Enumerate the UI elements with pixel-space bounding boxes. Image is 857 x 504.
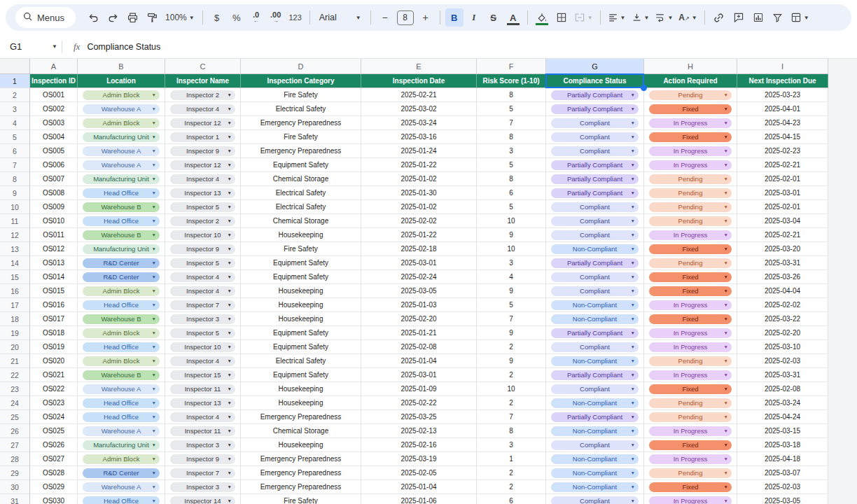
- cell-inspector[interactable]: Inspector 10▼: [165, 340, 241, 354]
- header-cell[interactable]: Inspection Category: [241, 74, 361, 88]
- inspector-dropdown-chip[interactable]: Inspector 3▼: [170, 440, 235, 450]
- cell-inspector[interactable]: Inspector 11▼: [165, 382, 241, 396]
- cell-category[interactable]: Chemical Storage: [241, 214, 361, 228]
- cell-location[interactable]: Head Office▼: [78, 494, 165, 504]
- cell-location[interactable]: R&D Center▼: [78, 270, 165, 284]
- font-size-decrease-button[interactable]: −: [376, 8, 394, 27]
- cell-category[interactable]: Equipment Safety: [241, 158, 361, 172]
- inspector-dropdown-chip[interactable]: Inspector 4▼: [170, 272, 235, 282]
- cell-next_due[interactable]: 2025-02-23: [737, 144, 828, 158]
- inspector-dropdown-chip[interactable]: Inspector 5▼: [170, 328, 235, 338]
- cell-risk[interactable]: 2: [477, 340, 546, 354]
- cell-date[interactable]: 2025-03-01: [361, 368, 477, 382]
- compliance-dropdown-chip[interactable]: Partially Compliant▼: [551, 258, 639, 268]
- cell-action[interactable]: Pending▼: [644, 466, 737, 480]
- header-cell[interactable]: Compliance Status: [546, 74, 644, 88]
- cell-next_due[interactable]: 2025-02-01: [737, 200, 828, 214]
- cell-risk[interactable]: 10: [477, 214, 546, 228]
- cell-inspector[interactable]: Inspector 11▼: [165, 424, 241, 438]
- action-dropdown-chip[interactable]: In Progress▼: [649, 454, 732, 464]
- cell-location[interactable]: Admin Block▼: [78, 284, 165, 298]
- cell-next_due[interactable]: 2025-02-02: [737, 298, 828, 312]
- cell-inspector[interactable]: Inspector 7▼: [165, 298, 241, 312]
- cell-next_due[interactable]: 2025-04-18: [737, 452, 828, 466]
- header-cell[interactable]: Inspection ID: [30, 74, 78, 88]
- cell-next_due[interactable]: 2025-03-15: [737, 424, 828, 438]
- compliance-dropdown-chip[interactable]: Compliant▼: [551, 384, 639, 394]
- cell-date[interactable]: 2025-02-16: [361, 438, 477, 452]
- cell-next_due[interactable]: 2025-02-21: [737, 228, 828, 242]
- location-dropdown-chip[interactable]: R&D Center▼: [83, 272, 160, 282]
- cell-next_due[interactable]: 2025-04-23: [737, 116, 828, 130]
- compliance-dropdown-chip[interactable]: Compliant▼: [551, 202, 639, 212]
- row-number-21[interactable]: 21: [0, 354, 30, 368]
- cell-date[interactable]: 2025-03-19: [361, 452, 477, 466]
- name-box[interactable]: G1 ▼: [0, 41, 62, 52]
- inspector-dropdown-chip[interactable]: Inspector 4▼: [170, 412, 235, 422]
- location-dropdown-chip[interactable]: Head Office▼: [83, 412, 160, 422]
- cell-compliance[interactable]: Compliant▼: [546, 438, 644, 452]
- cell-risk[interactable]: 6: [477, 494, 546, 504]
- compliance-dropdown-chip[interactable]: Compliant▼: [551, 146, 639, 156]
- compliance-dropdown-chip[interactable]: Partially Compliant▼: [551, 370, 639, 380]
- cell-category[interactable]: Fire Safety: [241, 494, 361, 504]
- format-currency-button[interactable]: $: [208, 8, 226, 27]
- row-number-4[interactable]: 4: [0, 116, 30, 130]
- cell-compliance[interactable]: Compliant▼: [546, 130, 644, 144]
- cell-id[interactable]: OS002: [30, 102, 78, 116]
- cell-next_due[interactable]: 2025-02-08: [737, 382, 828, 396]
- cell-compliance[interactable]: Partially Compliant▼: [546, 102, 644, 116]
- cell-action[interactable]: Fixed▼: [644, 480, 737, 494]
- action-dropdown-chip[interactable]: Fixed▼: [649, 286, 732, 296]
- inspector-dropdown-chip[interactable]: Inspector 9▼: [170, 244, 235, 254]
- cell-date[interactable]: 2025-01-22: [361, 228, 477, 242]
- cell-action[interactable]: Fixed▼: [644, 438, 737, 452]
- row-number-19[interactable]: 19: [0, 326, 30, 340]
- cell-date[interactable]: 2025-03-25: [361, 410, 477, 424]
- cell-action[interactable]: Pending▼: [644, 410, 737, 424]
- cell-location[interactable]: Manufacturing Unit▼: [78, 242, 165, 256]
- horizontal-align-button[interactable]: ▼: [606, 8, 628, 27]
- cell-date[interactable]: 2025-02-08: [361, 340, 477, 354]
- font-size-increase-button[interactable]: +: [417, 8, 435, 27]
- inspector-dropdown-chip[interactable]: Inspector 2▼: [170, 216, 235, 226]
- cell-compliance[interactable]: Non-Compliant▼: [546, 354, 644, 368]
- compliance-dropdown-chip[interactable]: Partially Compliant▼: [551, 104, 639, 114]
- cell-risk[interactable]: 10: [477, 242, 546, 256]
- location-dropdown-chip[interactable]: Warehouse B▼: [83, 230, 160, 240]
- inspector-dropdown-chip[interactable]: Inspector 14▼: [170, 496, 235, 504]
- inspector-dropdown-chip[interactable]: Inspector 1▼: [170, 132, 235, 142]
- cell-location[interactable]: Warehouse A▼: [78, 158, 165, 172]
- cell-risk[interactable]: 8: [477, 424, 546, 438]
- cell-risk[interactable]: 10: [477, 382, 546, 396]
- cell-location[interactable]: Warehouse A▼: [78, 480, 165, 494]
- cell-compliance[interactable]: Compliant▼: [546, 284, 644, 298]
- inspector-dropdown-chip[interactable]: Inspector 5▼: [170, 258, 235, 268]
- cell-compliance[interactable]: Non-Compliant▼: [546, 424, 644, 438]
- select-all-corner[interactable]: [0, 59, 30, 74]
- cell-inspector[interactable]: Inspector 5▼: [165, 200, 241, 214]
- cell-risk[interactable]: 1: [477, 452, 546, 466]
- cell-action[interactable]: Fixed▼: [644, 284, 737, 298]
- column-header-E[interactable]: E: [361, 59, 477, 74]
- decrease-decimal-button[interactable]: .0←: [247, 8, 265, 27]
- cell-date[interactable]: 2025-02-20: [361, 312, 477, 326]
- inspector-dropdown-chip[interactable]: Inspector 10▼: [170, 230, 235, 240]
- text-rotation-button[interactable]: A↗ ▼: [676, 8, 699, 27]
- menus-search-button[interactable]: Menus: [15, 7, 76, 28]
- cell-id[interactable]: OS018: [30, 326, 78, 340]
- column-header-C[interactable]: C: [165, 59, 241, 74]
- row-number-13[interactable]: 13: [0, 242, 30, 256]
- header-cell[interactable]: Next Inspection Due: [737, 74, 828, 88]
- row-number-31[interactable]: 31: [0, 494, 30, 504]
- row-number-6[interactable]: 6: [0, 144, 30, 158]
- cell-id[interactable]: OS013: [30, 256, 78, 270]
- cell-compliance[interactable]: Compliant▼: [546, 228, 644, 242]
- location-dropdown-chip[interactable]: Head Office▼: [83, 188, 160, 198]
- compliance-dropdown-chip[interactable]: Compliant▼: [551, 118, 639, 128]
- cell-inspector[interactable]: Inspector 4▼: [165, 284, 241, 298]
- location-dropdown-chip[interactable]: Warehouse B▼: [83, 370, 160, 380]
- action-dropdown-chip[interactable]: Pending▼: [649, 216, 732, 226]
- print-button[interactable]: [123, 8, 141, 27]
- cell-id[interactable]: OS025: [30, 424, 78, 438]
